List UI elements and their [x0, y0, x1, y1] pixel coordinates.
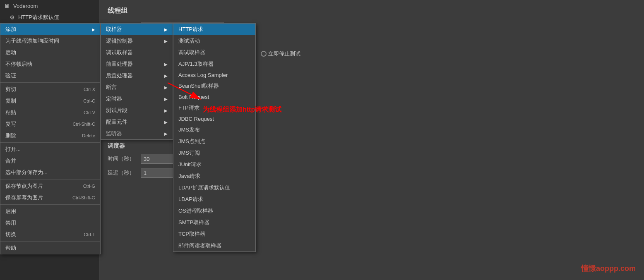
fragment-arrow: ▶	[160, 108, 168, 113]
menu-item-enable[interactable]: 启用	[0, 206, 100, 217]
sampler-item-ldap-ext[interactable]: LDAP扩展请求默认值	[173, 182, 255, 194]
menu-item-add[interactable]: 添加 ▶	[0, 24, 100, 35]
divider3	[0, 179, 100, 179]
pre-arrow: ▶	[160, 62, 168, 67]
watermark: 憧憬aoppp.com	[581, 263, 636, 273]
sampler-item-mail-reader[interactable]: 邮件阅读者取样器	[173, 240, 255, 251]
rewrite-shortcut: Ctrl-Shift-C	[73, 122, 95, 127]
menu-item-save-node-img[interactable]: 保存节点为图片 Ctrl-G	[0, 180, 100, 192]
menu-overlay: 添加 ▶ 为子线程添加响应时间 启动 不停顿启动 验证 剪切 Ctrl-X 复制…	[0, 0, 203, 280]
submenu-item-logic-controller[interactable]: 逻辑控制器 ▶	[101, 35, 173, 47]
radio-stop-test-now[interactable]: 立即停止测试	[261, 50, 300, 57]
cut-shortcut: Ctrl-X	[84, 87, 95, 92]
menu-item-save-screen-img[interactable]: 保存屏幕为图片 Ctrl-Shift-G	[0, 192, 100, 203]
divider2	[0, 142, 100, 143]
sampler-item-http[interactable]: HTTP请求	[173, 24, 255, 35]
submenu-item-assertion[interactable]: 断言 ▶	[101, 81, 173, 93]
sampler-item-os-process[interactable]: OS进程取样器	[173, 205, 255, 217]
menu-item-rewrite[interactable]: 复写 Ctrl-Shift-C	[0, 118, 100, 130]
radio-stop-test-now-circle	[261, 51, 267, 57]
menu-item-verify[interactable]: 验证	[0, 70, 100, 81]
menu-item-open[interactable]: 打开...	[0, 144, 100, 155]
menu-item-paste[interactable]: 粘贴 Ctrl-V	[0, 107, 100, 118]
submenu-item-config-element[interactable]: 配置元件 ▶	[101, 116, 173, 128]
menu-item-disable[interactable]: 禁用	[0, 217, 100, 229]
menu-item-non-stop-start[interactable]: 不停顿启动	[0, 58, 100, 70]
sampler-item-beanshell[interactable]: BeanShell取样器	[173, 80, 255, 92]
save-node-shortcut: Ctrl-G	[83, 184, 95, 189]
sampler-item-junit[interactable]: JUnit请求	[173, 159, 255, 170]
submenu-item-post-processor[interactable]: 后置处理器 ▶	[101, 70, 173, 81]
listener-arrow: ▶	[160, 132, 168, 136]
sampler-item-bolt[interactable]: Bolt Request	[173, 92, 255, 102]
sampler-item-jms-point[interactable]: JMS点到点	[173, 136, 255, 147]
radio-stop-test-now-label: 立即停止测试	[268, 50, 300, 57]
menu-item-save-selected[interactable]: 选中部分保存为...	[0, 167, 100, 178]
submenu-item-listener[interactable]: 监听器 ▶	[101, 128, 173, 139]
sampler-item-jms-subscribe[interactable]: JMS订阅	[173, 147, 255, 159]
main-context-menu: 添加 ▶ 为子线程添加响应时间 启动 不停顿启动 验证 剪切 Ctrl-X 复制…	[0, 23, 101, 254]
config-arrow: ▶	[160, 120, 168, 124]
sampler-item-ldap[interactable]: LDAP请求	[173, 194, 255, 205]
submenu-item-timer[interactable]: 定时器 ▶	[101, 93, 173, 105]
assertion-arrow: ▶	[160, 85, 168, 90]
delete-shortcut: Delete	[82, 133, 95, 138]
timer-arrow: ▶	[160, 97, 168, 101]
logic-arrow: ▶	[160, 39, 168, 43]
paste-shortcut: Ctrl-V	[84, 110, 95, 115]
sampler-item-ftp[interactable]: FTP请求	[173, 102, 255, 114]
toggle-shortcut: Ctrl-T	[84, 232, 96, 237]
sampler-item-jdbc[interactable]: JDBC Request	[173, 114, 255, 124]
sampler-item-debug-sampler[interactable]: 调试取样器	[173, 47, 255, 58]
add-submenu: 取样器 ▶ 逻辑控制器 ▶ 调试取样器 前置处理器 ▶ 后置处理器 ▶ 断言 ▶	[101, 23, 173, 140]
sampler-submenu: HTTP请求 测试活动 调试取样器 AJP/1.3取样器 Access Log …	[173, 23, 256, 252]
submenu-item-pre-processor[interactable]: 前置处理器 ▶	[101, 58, 173, 70]
menu-item-delete[interactable]: 删除 Delete	[0, 130, 100, 141]
menu-item-copy[interactable]: 复制 Ctrl-C	[0, 95, 100, 107]
divider1	[0, 82, 100, 83]
sampler-item-jms-publish[interactable]: JMS发布	[173, 124, 255, 136]
menu-item-merge[interactable]: 合并	[0, 155, 100, 167]
menu-item-start[interactable]: 启动	[0, 47, 100, 58]
submenu-item-debug-sampler[interactable]: 调试取样器	[101, 47, 173, 58]
sampler-item-smtp[interactable]: SMTP取样器	[173, 217, 255, 228]
submenu-item-test-fragment[interactable]: 测试片段 ▶	[101, 105, 173, 116]
divider5	[0, 241, 100, 242]
add-arrow: ▶	[88, 27, 95, 32]
menu-item-help[interactable]: 帮助	[0, 242, 100, 254]
sampler-item-test-activity[interactable]: 测试活动	[173, 35, 255, 47]
sampler-item-java[interactable]: Java请求	[173, 170, 255, 182]
sampler-item-access-log[interactable]: Access Log Sampler	[173, 70, 255, 80]
menu-item-cut[interactable]: 剪切 Ctrl-X	[0, 84, 100, 95]
sampler-item-tcp[interactable]: TCP取样器	[173, 228, 255, 240]
post-arrow: ▶	[160, 74, 168, 78]
submenu-item-sampler[interactable]: 取样器 ▶	[101, 24, 173, 35]
menu-item-add-response-time[interactable]: 为子线程添加响应时间	[0, 35, 100, 47]
divider4	[0, 204, 100, 205]
menu-item-toggle[interactable]: 切换 Ctrl-T	[0, 229, 100, 240]
sampler-item-ajp[interactable]: AJP/1.3取样器	[173, 58, 255, 70]
sampler-arrow: ▶	[160, 27, 168, 32]
add-label: 添加	[5, 26, 16, 33]
copy-shortcut: Ctrl-C	[83, 98, 95, 103]
save-screen-shortcut: Ctrl-Shift-G	[72, 195, 95, 200]
